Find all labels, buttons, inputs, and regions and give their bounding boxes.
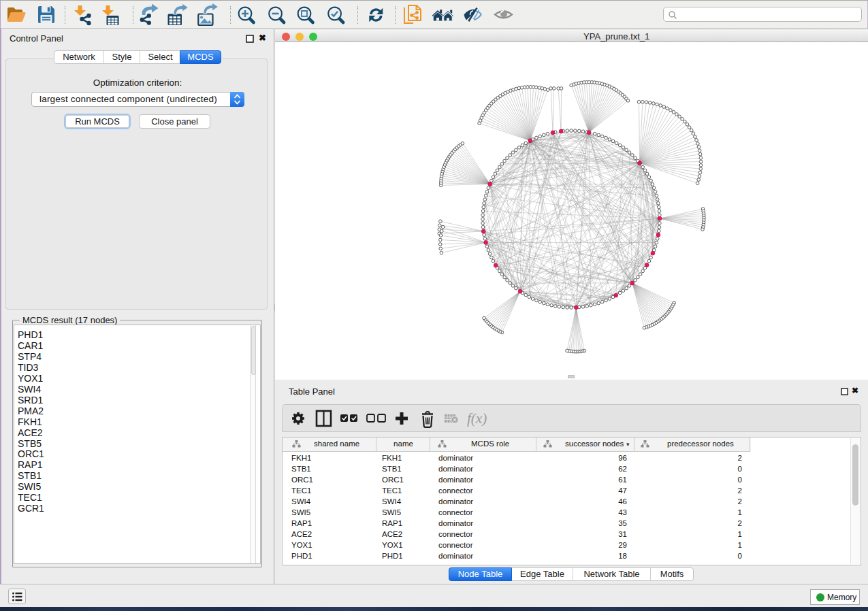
svg-text:f(x): f(x) bbox=[467, 410, 487, 427]
